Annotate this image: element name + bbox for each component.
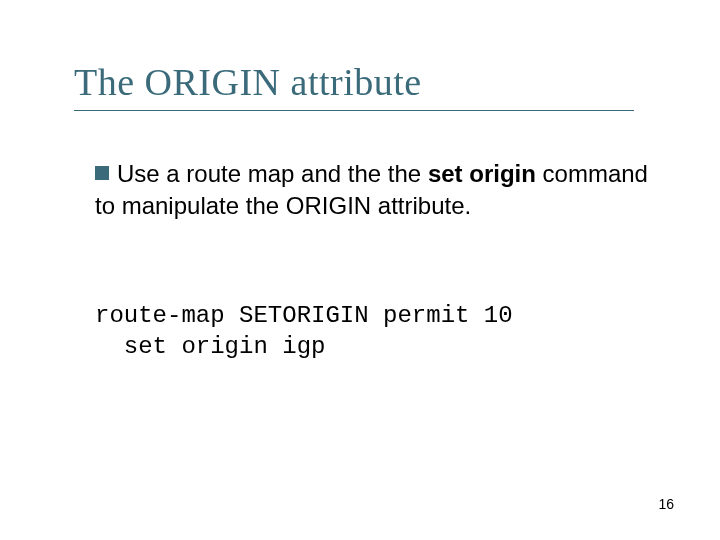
square-bullet-icon xyxy=(95,166,109,180)
bullet-text-strong: set origin xyxy=(428,160,536,187)
slide-title: The ORIGIN attribute xyxy=(74,60,422,104)
bullet-text-pre: Use a route map and the the xyxy=(117,160,428,187)
code-line-2: set origin igp xyxy=(95,333,325,360)
body-text: Use a route map and the the set origin c… xyxy=(95,158,650,223)
slide: The ORIGIN attribute Use a route map and… xyxy=(0,0,720,540)
page-number: 16 xyxy=(658,496,674,512)
title-underline xyxy=(74,110,634,111)
code-block: route-map SETORIGIN permit 10 set origin… xyxy=(95,300,513,362)
code-line-1: route-map SETORIGIN permit 10 xyxy=(95,302,513,329)
bullet-item: Use a route map and the the set origin c… xyxy=(95,158,650,223)
